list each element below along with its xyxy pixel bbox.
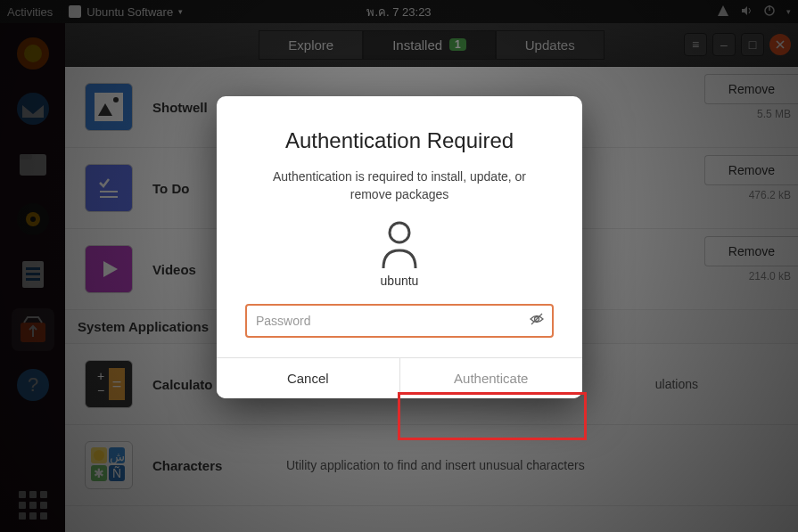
svg-text:+: + [97,369,104,383]
tab-explore-label: Explore [288,37,333,53]
minimize-button[interactable]: – [712,33,736,56]
headerbar: Explore Installed 1 Updates ≡ – □ [65,23,798,67]
svg-text:=: = [112,375,122,393]
chevron-down-icon: ▾ [178,7,183,16]
password-input[interactable] [254,313,529,329]
installed-badge: 1 [449,38,466,51]
software-icon [69,5,81,18]
svg-point-27 [94,450,104,461]
clock[interactable]: พ.ค. 7 23:23 [366,3,431,21]
password-field-wrap [245,304,554,338]
app-icon [85,83,133,131]
view-switcher: Explore Installed 1 Updates [259,30,604,60]
auth-dialog: Authentication Required Authentication i… [217,96,582,398]
tab-updates[interactable]: Updates [496,30,605,60]
app-menu[interactable]: Ubuntu Software ▾ [69,5,183,19]
tab-installed[interactable]: Installed 1 [363,30,496,60]
auth-dialog-actions: Cancel Authenticate [217,357,582,398]
app-desc: Utility application to find and insert u… [286,458,778,472]
svg-text:−: − [97,383,104,397]
app-size: 5.5 MB [757,108,791,120]
app-icon: ش✱Ñ [85,441,133,489]
app-size: 214.0 kB [749,270,791,282]
app-icon: +−= [85,360,133,408]
hamburger-menu[interactable]: ≡ [684,33,707,56]
svg-text:ش: ش [110,449,125,464]
svg-line-36 [531,314,542,324]
toggle-password-visibility-icon[interactable] [529,311,545,330]
app-icon [85,164,133,212]
close-button[interactable] [769,34,791,55]
authenticate-button[interactable]: Authenticate [399,358,583,398]
user-avatar-icon [378,220,421,270]
svg-rect-17 [95,93,123,121]
remove-button[interactable]: Remove [704,155,798,185]
topbar: Activities Ubuntu Software ▾ พ.ค. 7 23:2… [0,0,798,23]
power-icon[interactable] [763,4,776,20]
auth-username: ubuntu [243,274,555,288]
auth-dialog-message: Authentication is required to install, u… [257,168,542,204]
cancel-button[interactable]: Cancel [217,358,399,398]
network-icon[interactable] [717,4,729,20]
app-size: 476.2 kB [749,189,791,201]
app-icon [85,245,133,293]
maximize-button[interactable]: □ [741,33,764,56]
app-row-characters[interactable]: ش✱Ñ Characters Utility application to fi… [65,425,798,506]
svg-point-34 [390,223,409,242]
volume-icon[interactable] [740,4,753,20]
app-name: Characters [152,458,286,473]
activities-button[interactable]: Activities [7,5,53,19]
app-menu-label: Ubuntu Software [86,5,173,19]
tab-explore[interactable]: Explore [259,30,363,60]
svg-point-18 [113,97,119,102]
auth-dialog-title: Authentication Required [243,128,555,153]
remove-button[interactable]: Remove [704,74,798,104]
modal-backdrop-dock [0,23,65,532]
svg-text:Ñ: Ñ [112,466,121,480]
chevron-down-icon[interactable]: ▾ [786,7,791,16]
remove-button[interactable]: Remove [704,236,798,266]
tab-updates-label: Updates [525,37,575,53]
tab-installed-label: Installed [392,37,442,53]
svg-text:✱: ✱ [94,466,104,480]
